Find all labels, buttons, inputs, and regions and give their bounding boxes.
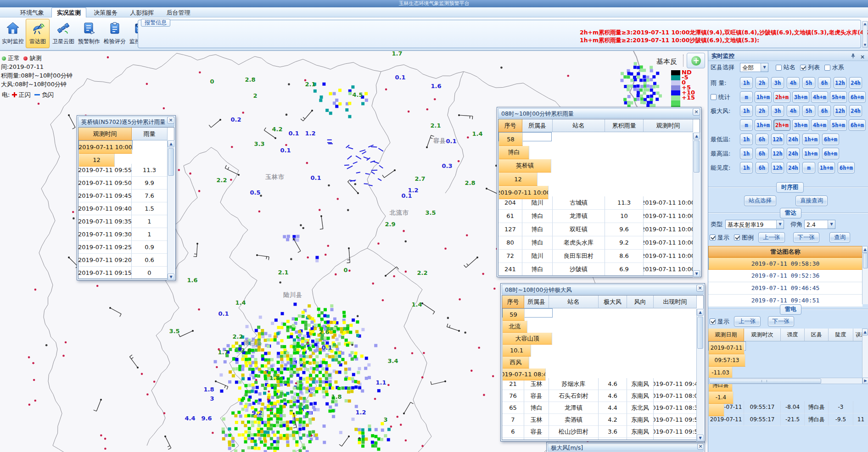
max-wind-col-3[interactable]: 极大风 — [599, 296, 627, 308]
tmin-button-24h[interactable]: 24h — [787, 134, 800, 145]
wind-range-button-6h[interactable]: 6h — [818, 105, 831, 117]
list-checkbox[interactable] — [800, 65, 806, 71]
wind-stat-button-6h+m[interactable]: 6h+m — [849, 119, 866, 131]
lightning-row[interactable]: 2019-07-1109:57:13-11.03博白县-1.4 — [708, 341, 746, 351]
accum-rain-row[interactable]: 80博白老虎头水库9.22019-07-11 10:00 — [498, 236, 700, 250]
wind-stat-button-3h+m[interactable]: 3h+m — [792, 119, 809, 131]
rain-stat-button-3h+m[interactable]: 3h+m — [792, 91, 809, 103]
close-icon[interactable]: × — [167, 117, 174, 124]
wind-range-button-12h[interactable]: 12h — [834, 105, 846, 117]
station-rain-scrollbar[interactable]: ▲ ▼ — [167, 140, 174, 280]
alarm-scrollbar[interactable]: ▲▼ — [862, 21, 868, 48]
rain-stat-button-2h+m[interactable]: 2h+m — [773, 91, 790, 103]
tmin-button-6h+m[interactable]: 6h+m — [822, 134, 839, 145]
lightning-col-4[interactable]: 陡度 — [829, 329, 853, 341]
accum-rain-col-3[interactable]: 累积雨量 — [605, 119, 644, 132]
lightning-col-0[interactable]: 观测日期 — [708, 329, 744, 341]
max-wind-col-5[interactable]: 出现时间 — [654, 296, 697, 308]
visibility-button-6h+m[interactable]: 6h+m — [838, 162, 855, 173]
wind-range-button-1h[interactable]: 1h — [740, 105, 753, 117]
station-name-checkbox[interactable] — [776, 65, 782, 71]
max-wind-row[interactable]: 59北流大容山顶10.1西风2019-07-11 08:47 — [502, 308, 553, 318]
wind-range-button-5h[interactable]: 5h — [802, 105, 815, 117]
accum-rain-row[interactable]: 58博白英桥镇122019-07-11 10:00 — [498, 132, 552, 141]
legend-add-button[interactable]: + — [687, 53, 705, 68]
station-rain-row[interactable]: 2019-07-11 09:150 — [78, 267, 174, 279]
tmin-button-6h[interactable]: 6h — [756, 134, 768, 145]
realtime-monitor-button[interactable]: 实时监控 — [1, 19, 25, 48]
close-icon[interactable]: × — [697, 443, 704, 450]
radar-map-button[interactable]: 雷达图 — [26, 19, 50, 48]
lightning-col-2[interactable]: 强度 — [781, 329, 805, 341]
radar-image-item[interactable]: 2019-07-11 09:52:36 — [708, 270, 862, 282]
radar-next-button[interactable]: 下一张 — [793, 232, 820, 243]
lightning-show-checkbox[interactable] — [710, 318, 716, 324]
wind-range-button-3h[interactable]: 3h — [771, 105, 784, 117]
tmax-button-6h[interactable]: 6h — [756, 148, 768, 159]
direct-query-button[interactable]: 直接查询 — [795, 195, 828, 206]
wind-stat-button-2h+m[interactable]: 2h+m — [773, 119, 790, 131]
visibility-button-6h[interactable]: 6h — [756, 162, 768, 173]
close-icon[interactable]: × — [860, 52, 865, 62]
rain-range-button-4h[interactable]: 4h — [787, 77, 800, 89]
lightning-col-1[interactable]: 观测时次 — [744, 329, 781, 341]
lightning-row[interactable]: 2019-07-1109:55:17-21.5博白县-9.511 — [708, 413, 868, 426]
close-icon[interactable]: × — [696, 285, 704, 292]
max-wind-row[interactable]: 6容县松山沙田村3.6东南风2019-07-11 09:59 — [502, 426, 703, 438]
wind-range-button-2h[interactable]: 2h — [756, 105, 768, 117]
wind-stat-button-4h+m[interactable]: 4h+m — [811, 119, 828, 131]
wind-stat-button-1h+m[interactable]: 1h+m — [755, 119, 772, 131]
accum-rain-col-2[interactable]: 站名 — [553, 119, 605, 132]
stat-checkbox[interactable] — [711, 94, 717, 100]
station-rain-row[interactable]: 2019-07-11 09:301 — [78, 228, 174, 241]
lightning-table-vscrollbar[interactable]: ▲ — [862, 329, 868, 378]
max-wind-row[interactable]: 65博白龙潭镇4.4东北风2019-07-11 08:34 — [502, 402, 703, 414]
district-select[interactable]: 全部▼ — [740, 63, 768, 72]
rain-range-button-6h[interactable]: 6h — [818, 77, 831, 89]
visibility-button-12h[interactable]: 12h — [771, 162, 784, 173]
satellite-cloud-button[interactable]: 卫星云图 — [51, 19, 75, 48]
max-wind-col-2[interactable]: 站名 — [549, 296, 599, 308]
rain-stat-button-6h+m[interactable]: 6h+m — [849, 91, 866, 103]
max-wind-col-0[interactable]: 序号 — [502, 296, 524, 308]
tmax-button-12h[interactable]: 12h — [771, 148, 784, 159]
station-rain-row[interactable]: 2019-07-11 09:200.6 — [78, 254, 174, 267]
tmax-button-1h+m[interactable]: 1h+m — [802, 148, 819, 159]
lightning-table-hscrollbar[interactable] — [708, 378, 862, 384]
station-rain-row[interactable]: 2019-07-11 09:509.9 — [78, 177, 174, 190]
tmin-button-1h[interactable]: 1h — [740, 134, 753, 145]
radar-image-item[interactable]: 2019-07-11 09:58:30 — [708, 257, 862, 270]
warning-production-button[interactable]: 预警制作 — [77, 19, 101, 48]
visibility-button-24h[interactable]: 24h — [787, 162, 800, 173]
tab-weather-modification[interactable]: 人影指挥 — [125, 8, 159, 18]
station-rain-row[interactable]: 2019-07-11 09:457.6 — [78, 190, 174, 202]
rain-stat-button-m[interactable]: m — [740, 91, 753, 103]
rain-range-button-3h[interactable]: 3h — [771, 77, 784, 89]
tmax-button-1h[interactable]: 1h — [740, 148, 753, 159]
radar-prev-button[interactable]: 上一张 — [758, 232, 785, 243]
verification-score-button[interactable]: 检验评分 — [103, 19, 127, 48]
radar-image-item[interactable]: 2019-07-11 09:46:45 — [708, 282, 862, 295]
radar-elevation-select[interactable]: 2.4▼ — [804, 220, 835, 229]
rain-range-button-5h[interactable]: 5h — [802, 77, 815, 89]
visibility-button-m[interactable]: m — [802, 162, 815, 173]
tmin-button-12h[interactable]: 12h — [771, 134, 784, 145]
tab-live-monitoring[interactable]: 实况监测 — [51, 7, 86, 17]
station-rain-row[interactable]: 2019-07-11 10:0012 — [78, 140, 133, 150]
max-wind-scrollbar[interactable]: ▲ ▼ — [696, 309, 704, 441]
max-wind-row[interactable]: 76容县石头石剑村4.6东南风2019-07-11 08:08 — [502, 390, 703, 402]
station-rain-row[interactable]: 2019-07-11 09:250.9 — [78, 241, 174, 254]
radar-list-scrollbar[interactable]: ▲ — [862, 246, 868, 304]
tmax-button-6h+m[interactable]: 6h+m — [822, 148, 839, 159]
max-wind-row[interactable]: 7玉林卖酒镇4.2东南风2019-07-11 09:59 — [502, 414, 703, 426]
station-rain-row[interactable]: 2019-07-11 09:401.5 — [78, 202, 174, 215]
accum-rain-col-1[interactable]: 所属县 — [522, 119, 553, 132]
wind-stat-button-5h+m[interactable]: 5h+m — [830, 119, 847, 131]
max-wind-row[interactable]: 38博白凤山立石村3.6东风2019-07-11 09:26 — [502, 438, 703, 440]
radar-query-button[interactable]: 查询 — [829, 232, 850, 243]
max-wind-col-4[interactable]: 风向 — [627, 296, 654, 308]
rain-range-button-2h[interactable]: 2h — [756, 77, 768, 89]
wind-stat-button-m[interactable]: m — [740, 119, 753, 131]
rain-stat-button-4h+m[interactable]: 4h+m — [811, 91, 828, 103]
max-wind-col-1[interactable]: 所属县 — [524, 296, 549, 308]
